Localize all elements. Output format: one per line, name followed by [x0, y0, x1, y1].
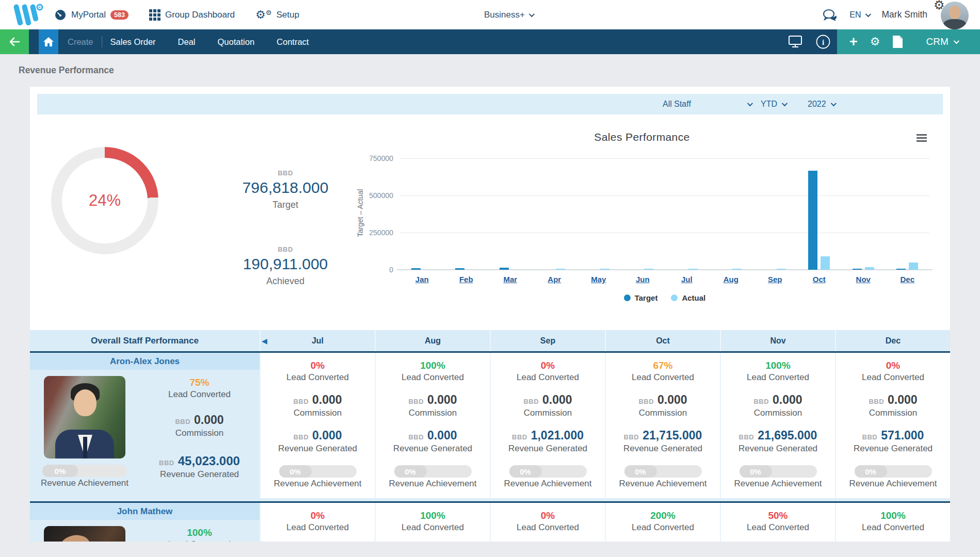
bar-actual-oct — [821, 256, 830, 270]
plan-dropdown-value: Business+ — [484, 10, 525, 20]
month-cell-oct: 200%Lead Converted — [605, 503, 720, 542]
pill-spacer — [606, 454, 720, 460]
commission-value: 0.000 — [427, 393, 457, 406]
chart-plot-area — [400, 158, 929, 270]
revenue-achievement-progress: 0% — [394, 465, 472, 478]
x-axis-label-dec[interactable]: Dec — [885, 275, 929, 284]
revenue-achievement-progress: 0% — [42, 465, 127, 477]
month-cell-nov: 100%Lead ConvertedBBD0.000CommissionBBD2… — [720, 353, 835, 498]
legend-label: Actual — [682, 293, 705, 302]
monitor-icon[interactable] — [789, 36, 802, 48]
commission: BBD0.000 — [836, 393, 950, 407]
staff-summary-cell: Aron-Alex Jones0%Revenue Achievement75%L… — [30, 353, 260, 501]
revenue-generated-value: 0.000 — [427, 429, 457, 442]
menu-item-quotation[interactable]: Quotation — [218, 37, 255, 47]
x-axis-label-sep[interactable]: Sep — [753, 275, 797, 284]
profile-gear-icon[interactable]: ⚙ — [934, 0, 945, 12]
revenue-achievement-label: Revenue Achievement — [721, 479, 835, 489]
period-filter-dropdown[interactable]: YTD — [761, 94, 794, 114]
revenue-achievement-progress: 0% — [740, 465, 817, 478]
home-button[interactable] — [39, 29, 58, 54]
pill-spacer — [721, 454, 835, 460]
app-logo-icon[interactable] — [11, 3, 43, 27]
staff-summary-stats: 100%Lead Converted — [139, 520, 260, 542]
month-cell-dec: 0%Lead ConvertedBBD0.000CommissionBBD571… — [835, 353, 950, 498]
menu-create-label[interactable]: Create — [68, 37, 93, 47]
month-cell-nov: 50%Lead Converted — [720, 503, 835, 542]
currency-label: BBD — [175, 418, 190, 425]
gridline — [400, 158, 929, 159]
top-app-bar: MyPortal 583 Group Dashboard ⚙⚙ Setup Bu… — [0, 0, 980, 29]
staff-photo-column: 0%Revenue Achievement — [30, 370, 139, 501]
legend-item-actual[interactable]: Actual — [671, 293, 705, 302]
chat-icon[interactable] — [823, 9, 837, 21]
bar-actual-sep — [777, 269, 786, 270]
app-dropdown[interactable]: CRM — [926, 36, 958, 47]
add-icon[interactable]: + — [849, 35, 858, 49]
currency-label: BBD — [408, 433, 424, 441]
menu-item-sales-order[interactable]: Sales Order — [110, 37, 156, 47]
chart-menu-icon[interactable] — [917, 134, 927, 143]
top-navigation: MyPortal 583 Group Dashboard ⚙⚙ Setup — [54, 9, 299, 21]
month-cell-jul: 0%Lead ConvertedBBD0.000CommissionBBD0.0… — [260, 353, 375, 498]
revenue-generated: BBD0.000 — [376, 429, 490, 443]
table-row: Aron-Alex Jones0%Revenue Achievement75%L… — [30, 353, 950, 503]
progress-fill: 0% — [394, 465, 427, 478]
year-filter-dropdown[interactable]: 2022 — [808, 94, 844, 114]
x-axis-label-apr[interactable]: Apr — [532, 275, 576, 284]
x-axis-label-oct[interactable]: Oct — [797, 275, 841, 284]
y-axis-tick-label: 500000 — [340, 191, 393, 200]
nav-setup[interactable]: ⚙⚙ Setup — [255, 9, 299, 21]
revenue-generated-label: Revenue Generated — [606, 444, 720, 454]
bar-target-oct — [808, 171, 817, 270]
chart-title: Sales Performance — [340, 131, 944, 143]
user-name: Mark Smith — [882, 9, 927, 20]
x-axis-label-jul[interactable]: Jul — [665, 275, 709, 284]
bar-actual-jul — [688, 269, 698, 270]
menu-item-deal[interactable]: Deal — [178, 37, 196, 47]
staff-summary-cell: John Mathew100%Lead Converted — [30, 503, 260, 542]
commission-label: Commission — [721, 408, 835, 418]
progress-fill: 0% — [42, 465, 78, 477]
currency-label: BBD — [293, 398, 309, 405]
menu-item-contract[interactable]: Contract — [277, 37, 309, 47]
legend-label: Target — [635, 293, 658, 302]
bar-actual-nov — [865, 267, 874, 270]
language-dropdown[interactable]: EN — [849, 10, 869, 20]
table-header-row: Overall Staff Performance ◀ JulAugSepOct… — [30, 330, 950, 353]
legend-item-target[interactable]: Target — [624, 293, 658, 302]
user-avatar[interactable]: ⚙ — [940, 1, 969, 30]
revenue-achievement-label: Revenue Achievement — [836, 479, 950, 489]
x-axis-label-jun[interactable]: Jun — [620, 275, 665, 284]
back-button[interactable] — [0, 29, 29, 54]
nav-myportal[interactable]: MyPortal 583 — [54, 9, 128, 21]
chevron-down-icon — [830, 101, 836, 106]
bar-target-nov — [853, 269, 862, 270]
menubar-icons: i — [789, 35, 830, 49]
currency-label: BBD — [512, 433, 527, 441]
revenue-generated: BBD0.000 — [261, 429, 375, 443]
x-axis-label-aug[interactable]: Aug — [709, 275, 753, 284]
y-axis-tick-label: 750000 — [340, 154, 393, 162]
lead-converted-percent: 0% — [491, 360, 605, 371]
year-filter-value: 2022 — [808, 100, 826, 109]
revenue-achievement-label: Revenue Achievement — [376, 479, 490, 489]
currency-label: BBD — [159, 459, 174, 467]
lead-converted-percent: 50% — [721, 510, 835, 521]
x-axis-label-mar[interactable]: Mar — [488, 275, 533, 284]
document-icon[interactable] — [893, 36, 903, 48]
x-axis-label-may[interactable]: May — [576, 275, 621, 284]
x-axis-label-jan[interactable]: Jan — [400, 275, 444, 284]
staff-filter-dropdown[interactable]: All Staff — [663, 94, 751, 114]
x-axis-label-nov[interactable]: Nov — [841, 275, 886, 284]
staff-photo-column — [30, 520, 139, 542]
info-icon[interactable]: i — [816, 35, 830, 49]
commission-value: 0.000 — [888, 393, 918, 406]
settings-gear-icon[interactable]: ⚙ — [870, 35, 880, 48]
plan-dropdown[interactable]: Business+ — [484, 0, 533, 29]
revenue-generated-value: 571.000 — [881, 429, 924, 442]
chevron-down-icon — [865, 11, 871, 17]
x-axis-label-feb[interactable]: Feb — [444, 275, 488, 284]
nav-group-dashboard[interactable]: Group Dashboard — [149, 9, 235, 21]
scroll-left-arrow-icon[interactable]: ◀ — [262, 337, 267, 345]
